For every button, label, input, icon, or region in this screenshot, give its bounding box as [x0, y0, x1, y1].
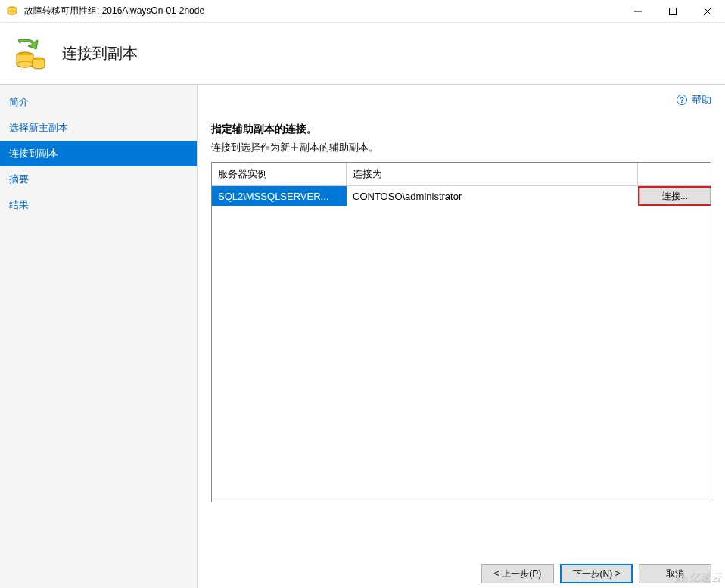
section-subheading: 连接到选择作为新主副本的辅助副本。	[211, 141, 711, 154]
section-heading: 指定辅助副本的连接。	[211, 123, 711, 136]
help-label: 帮助	[692, 93, 711, 107]
column-action	[638, 163, 711, 186]
wizard-steps-sidebar: 简介 选择新主副本 连接到副本 摘要 结果	[0, 85, 198, 588]
grid-row[interactable]: SQL2\MSSQLSERVER... CONTOSO\administrato…	[212, 186, 711, 206]
cell-server-instance[interactable]: SQL2\MSSQLSERVER...	[212, 186, 347, 206]
column-server-instance[interactable]: 服务器实例	[212, 163, 347, 186]
wizard-navigation-buttons: < 上一步(P) 下一步(N) > 取消	[481, 564, 711, 583]
next-button[interactable]: 下一步(N) >	[560, 564, 633, 583]
app-icon	[6, 5, 18, 17]
window-controls	[621, 0, 725, 22]
replica-connection-grid: 服务器实例 连接为 SQL2\MSSQLSERVER... CONTOSO\ad…	[211, 162, 711, 502]
step-results[interactable]: 结果	[0, 192, 197, 218]
cell-connect-action: 连接...	[638, 186, 711, 206]
step-intro[interactable]: 简介	[0, 89, 197, 115]
wizard-body: 简介 选择新主副本 连接到副本 摘要 结果 ? 帮助 指定辅助副本的连接。 连接…	[0, 85, 725, 588]
minimize-button[interactable]	[621, 0, 655, 22]
help-icon: ?	[677, 95, 687, 105]
window-title: 故障转移可用性组: 2016AlwaysOn-01-2node	[24, 5, 621, 17]
page-title: 连接到副本	[62, 43, 138, 64]
connect-button[interactable]: 连接...	[639, 188, 711, 204]
close-button[interactable]	[690, 0, 725, 22]
grid-header: 服务器实例 连接为	[212, 163, 711, 186]
step-select-primary[interactable]: 选择新主副本	[0, 115, 197, 141]
window-titlebar: 故障转移可用性组: 2016AlwaysOn-01-2node	[0, 0, 725, 23]
column-connect-as[interactable]: 连接为	[347, 163, 638, 186]
help-link[interactable]: ? 帮助	[211, 92, 711, 107]
svg-rect-3	[670, 8, 677, 14]
step-summary[interactable]: 摘要	[0, 166, 197, 192]
database-refresh-icon	[12, 36, 48, 72]
maximize-button[interactable]	[655, 0, 690, 22]
step-connect-replicas[interactable]: 连接到副本	[0, 141, 197, 166]
wizard-content: ? 帮助 指定辅助副本的连接。 连接到选择作为新主副本的辅助副本。 服务器实例 …	[198, 85, 725, 588]
cancel-button[interactable]: 取消	[639, 564, 711, 583]
back-button[interactable]: < 上一步(P)	[481, 564, 554, 583]
cell-connect-as: CONTOSO\administrator	[347, 186, 638, 206]
wizard-header: 连接到副本	[0, 23, 725, 85]
